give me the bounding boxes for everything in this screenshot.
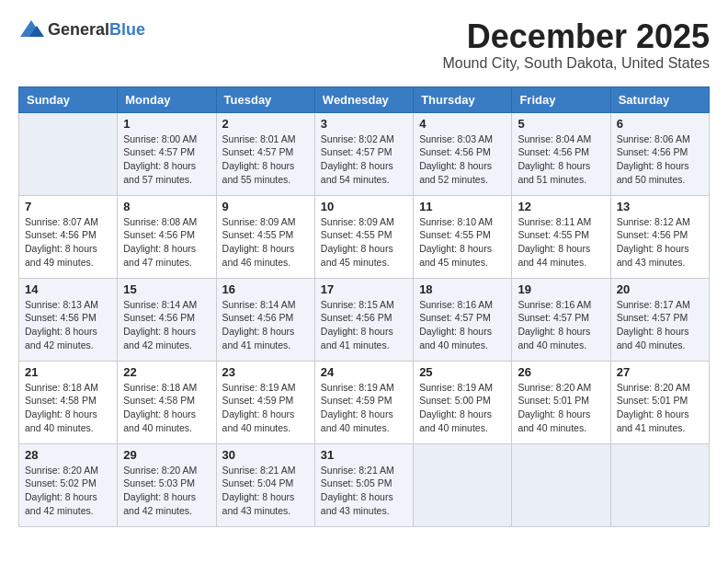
calendar-day-cell: 12Sunrise: 8:11 AM Sunset: 4:55 PM Dayli… <box>512 195 610 278</box>
calendar-week-row: 1Sunrise: 8:00 AM Sunset: 4:57 PM Daylig… <box>19 112 710 195</box>
logo: GeneralBlue <box>18 18 145 40</box>
day-number: 14 <box>25 282 111 296</box>
day-number: 7 <box>25 200 111 213</box>
day-number: 27 <box>617 365 703 379</box>
day-info: Sunrise: 8:17 AM Sunset: 4:57 PM Dayligh… <box>617 298 703 352</box>
day-info: Sunrise: 8:09 AM Sunset: 4:55 PM Dayligh… <box>321 215 407 270</box>
weekday-header: Saturday <box>610 86 709 112</box>
day-number: 21 <box>25 365 111 379</box>
calendar-day-cell <box>19 112 118 195</box>
day-info: Sunrise: 8:14 AM Sunset: 4:56 PM Dayligh… <box>222 298 309 352</box>
logo-icon <box>18 18 44 40</box>
day-number: 11 <box>419 200 506 213</box>
calendar-week-row: 21Sunrise: 8:18 AM Sunset: 4:58 PM Dayli… <box>19 361 710 443</box>
weekday-header: Wednesday <box>314 86 413 112</box>
day-info: Sunrise: 8:02 AM Sunset: 4:57 PM Dayligh… <box>321 132 407 187</box>
day-info: Sunrise: 8:20 AM Sunset: 5:01 PM Dayligh… <box>518 381 604 435</box>
day-number: 23 <box>222 365 309 379</box>
calendar-week-row: 14Sunrise: 8:13 AM Sunset: 4:56 PM Dayli… <box>19 278 710 361</box>
day-number: 5 <box>518 117 604 131</box>
logo-blue: Blue <box>109 20 145 39</box>
calendar-day-cell: 9Sunrise: 8:09 AM Sunset: 4:55 PM Daylig… <box>216 195 314 278</box>
day-number: 20 <box>617 282 703 296</box>
day-number: 12 <box>518 200 604 213</box>
logo-general: General <box>48 20 109 39</box>
calendar-day-cell: 27Sunrise: 8:20 AM Sunset: 5:01 PM Dayli… <box>610 361 709 443</box>
calendar-week-row: 7Sunrise: 8:07 AM Sunset: 4:56 PM Daylig… <box>19 195 710 278</box>
day-info: Sunrise: 8:20 AM Sunset: 5:02 PM Dayligh… <box>25 464 111 518</box>
calendar-day-cell: 6Sunrise: 8:06 AM Sunset: 4:56 PM Daylig… <box>610 112 709 195</box>
calendar-day-cell: 31Sunrise: 8:21 AM Sunset: 5:05 PM Dayli… <box>314 443 413 526</box>
day-number: 2 <box>222 117 309 131</box>
calendar-day-cell: 10Sunrise: 8:09 AM Sunset: 4:55 PM Dayli… <box>314 195 413 278</box>
day-number: 19 <box>518 282 604 296</box>
day-info: Sunrise: 8:03 AM Sunset: 4:56 PM Dayligh… <box>419 132 506 187</box>
day-number: 24 <box>321 365 407 379</box>
day-number: 4 <box>419 117 506 131</box>
calendar-day-cell: 28Sunrise: 8:20 AM Sunset: 5:02 PM Dayli… <box>19 443 118 526</box>
calendar-day-cell: 23Sunrise: 8:19 AM Sunset: 4:59 PM Dayli… <box>216 361 314 443</box>
day-info: Sunrise: 8:19 AM Sunset: 4:59 PM Dayligh… <box>321 381 407 435</box>
day-number: 28 <box>25 448 111 462</box>
day-info: Sunrise: 8:20 AM Sunset: 5:03 PM Dayligh… <box>123 464 210 518</box>
day-info: Sunrise: 8:19 AM Sunset: 4:59 PM Dayligh… <box>222 381 309 435</box>
calendar-day-cell: 29Sunrise: 8:20 AM Sunset: 5:03 PM Dayli… <box>118 443 216 526</box>
day-number: 25 <box>419 365 506 379</box>
page-header: GeneralBlue December 2025 Mound City, So… <box>18 18 710 72</box>
calendar-day-cell: 11Sunrise: 8:10 AM Sunset: 4:55 PM Dayli… <box>414 195 512 278</box>
day-number: 10 <box>321 200 407 213</box>
day-number: 26 <box>518 365 604 379</box>
day-number: 22 <box>123 365 210 379</box>
day-info: Sunrise: 8:08 AM Sunset: 4:56 PM Dayligh… <box>123 215 210 270</box>
calendar-day-cell <box>610 443 709 526</box>
day-info: Sunrise: 8:09 AM Sunset: 4:55 PM Dayligh… <box>222 215 309 270</box>
weekday-header: Monday <box>118 86 216 112</box>
calendar-day-cell: 7Sunrise: 8:07 AM Sunset: 4:56 PM Daylig… <box>19 195 118 278</box>
calendar-day-cell: 22Sunrise: 8:18 AM Sunset: 4:58 PM Dayli… <box>118 361 216 443</box>
calendar-day-cell: 16Sunrise: 8:14 AM Sunset: 4:56 PM Dayli… <box>216 278 314 361</box>
day-number: 16 <box>222 282 309 296</box>
calendar-day-cell: 17Sunrise: 8:15 AM Sunset: 4:56 PM Dayli… <box>314 278 413 361</box>
calendar-day-cell: 8Sunrise: 8:08 AM Sunset: 4:56 PM Daylig… <box>118 195 216 278</box>
calendar-day-cell: 3Sunrise: 8:02 AM Sunset: 4:57 PM Daylig… <box>314 112 413 195</box>
calendar-day-cell: 5Sunrise: 8:04 AM Sunset: 4:56 PM Daylig… <box>512 112 610 195</box>
location-title: Mound City, South Dakota, United States <box>442 55 710 72</box>
day-info: Sunrise: 8:12 AM Sunset: 4:56 PM Dayligh… <box>617 215 703 270</box>
day-info: Sunrise: 8:04 AM Sunset: 4:56 PM Dayligh… <box>518 132 604 187</box>
day-info: Sunrise: 8:13 AM Sunset: 4:56 PM Dayligh… <box>25 298 111 352</box>
day-info: Sunrise: 8:00 AM Sunset: 4:57 PM Dayligh… <box>123 132 210 187</box>
day-number: 13 <box>617 200 703 213</box>
day-number: 8 <box>123 200 210 213</box>
day-number: 6 <box>617 117 703 131</box>
calendar-day-cell <box>512 443 610 526</box>
day-info: Sunrise: 8:16 AM Sunset: 4:57 PM Dayligh… <box>419 298 506 352</box>
day-info: Sunrise: 8:16 AM Sunset: 4:57 PM Dayligh… <box>518 298 604 352</box>
day-info: Sunrise: 8:14 AM Sunset: 4:56 PM Dayligh… <box>123 298 210 352</box>
day-info: Sunrise: 8:06 AM Sunset: 4:56 PM Dayligh… <box>617 132 703 187</box>
day-info: Sunrise: 8:01 AM Sunset: 4:57 PM Dayligh… <box>222 132 309 187</box>
title-block: December 2025 Mound City, South Dakota, … <box>442 18 710 72</box>
calendar-day-cell: 25Sunrise: 8:19 AM Sunset: 5:00 PM Dayli… <box>414 361 512 443</box>
calendar-day-cell: 14Sunrise: 8:13 AM Sunset: 4:56 PM Dayli… <box>19 278 118 361</box>
month-title: December 2025 <box>442 18 710 55</box>
calendar-day-cell: 21Sunrise: 8:18 AM Sunset: 4:58 PM Dayli… <box>19 361 118 443</box>
weekday-header: Thursday <box>414 86 512 112</box>
day-info: Sunrise: 8:20 AM Sunset: 5:01 PM Dayligh… <box>617 381 703 435</box>
calendar-day-cell: 13Sunrise: 8:12 AM Sunset: 4:56 PM Dayli… <box>610 195 709 278</box>
calendar-day-cell: 4Sunrise: 8:03 AM Sunset: 4:56 PM Daylig… <box>414 112 512 195</box>
day-info: Sunrise: 8:11 AM Sunset: 4:55 PM Dayligh… <box>518 215 604 270</box>
calendar-day-cell <box>414 443 512 526</box>
calendar-day-cell: 15Sunrise: 8:14 AM Sunset: 4:56 PM Dayli… <box>118 278 216 361</box>
day-info: Sunrise: 8:21 AM Sunset: 5:05 PM Dayligh… <box>321 464 407 518</box>
day-number: 30 <box>222 448 309 462</box>
day-info: Sunrise: 8:10 AM Sunset: 4:55 PM Dayligh… <box>419 215 506 270</box>
day-number: 29 <box>123 448 210 462</box>
calendar-day-cell: 18Sunrise: 8:16 AM Sunset: 4:57 PM Dayli… <box>414 278 512 361</box>
day-number: 31 <box>321 448 407 462</box>
day-number: 9 <box>222 200 309 213</box>
day-info: Sunrise: 8:07 AM Sunset: 4:56 PM Dayligh… <box>25 215 111 270</box>
calendar-day-cell: 2Sunrise: 8:01 AM Sunset: 4:57 PM Daylig… <box>216 112 314 195</box>
day-number: 1 <box>123 117 210 131</box>
calendar-day-cell: 20Sunrise: 8:17 AM Sunset: 4:57 PM Dayli… <box>610 278 709 361</box>
calendar-week-row: 28Sunrise: 8:20 AM Sunset: 5:02 PM Dayli… <box>19 443 710 526</box>
